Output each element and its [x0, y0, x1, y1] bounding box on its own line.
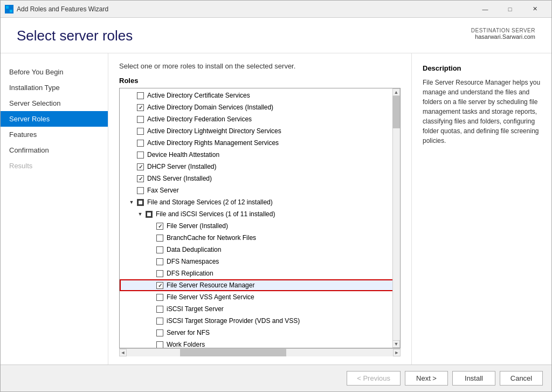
sidebar-item-confirmation[interactable]: Confirmation [1, 142, 108, 158]
sidebar-item-server-selection[interactable]: Server Selection [1, 95, 108, 111]
role-checkbox[interactable] [156, 318, 163, 325]
list-item[interactable]: ▼ File and Storage Services (2 of 12 ins… [120, 196, 400, 208]
list-item[interactable]: Device Health Attestation [120, 149, 400, 161]
sidebar-item-features[interactable]: Features [1, 127, 108, 142]
list-item[interactable]: ▼ File and iSCSI Services (1 of 11 insta… [120, 208, 400, 220]
sidebar-item-before-you-begin[interactable]: Before You Begin [1, 64, 108, 80]
spacer-icon [148, 306, 154, 312]
list-item-highlighted[interactable]: File Server Resource Manager [120, 279, 400, 291]
list-item[interactable]: Work Folders [120, 339, 400, 348]
role-checkbox[interactable] [137, 175, 144, 182]
role-label: Active Directory Federation Services [147, 115, 252, 123]
list-item[interactable]: DNS Server (Installed) [120, 173, 400, 184]
role-label: iSCSI Target Storage Provider (VDS and V… [167, 317, 300, 325]
h-scroll-track[interactable] [127, 349, 393, 356]
list-item[interactable]: iSCSI Target Server [120, 303, 400, 315]
spacer-icon [128, 163, 135, 170]
spacer-icon [128, 104, 135, 111]
role-label: Active Directory Domain Services (Instal… [147, 104, 273, 111]
spacer-icon [148, 318, 154, 324]
list-item[interactable]: Fax Server [120, 184, 400, 196]
scroll-down-arrow[interactable]: ▼ [392, 340, 400, 348]
role-checkbox[interactable] [137, 199, 144, 206]
list-item[interactable]: Active Directory Lightweight Directory S… [120, 125, 400, 137]
list-item[interactable]: Active Directory Rights Management Servi… [120, 137, 400, 149]
role-checkbox[interactable] [156, 294, 163, 301]
role-checkbox[interactable] [137, 187, 144, 194]
app-icon [5, 5, 13, 13]
destination-label: DESTINATION SERVER [471, 27, 535, 33]
role-checkbox[interactable] [137, 140, 144, 147]
list-item[interactable]: Active Directory Certificate Services [120, 90, 400, 101]
role-checkbox[interactable] [137, 163, 144, 170]
list-item[interactable]: File Server (Installed) [120, 220, 400, 232]
wizard-footer: < Previous Next > Install Cancel [1, 365, 551, 391]
scroll-up-arrow[interactable]: ▲ [392, 88, 400, 96]
list-item[interactable]: BranchCache for Network Files [120, 232, 400, 244]
sidebar-item-installation-type[interactable]: Installation Type [1, 80, 108, 95]
role-checkbox[interactable] [156, 246, 163, 253]
sidebar-item-server-roles[interactable]: Server Roles [1, 111, 108, 127]
spacer-icon [148, 282, 154, 288]
cancel-button[interactable]: Cancel [500, 371, 543, 386]
role-checkbox[interactable] [156, 258, 163, 265]
h-scrollbar-thumb[interactable] [180, 349, 287, 356]
role-label: Device Health Attestation [147, 151, 219, 159]
role-checkbox[interactable] [156, 282, 163, 289]
next-button[interactable]: Next > [405, 371, 448, 386]
role-checkbox[interactable] [156, 341, 163, 348]
role-label: Active Directory Certificate Services [147, 92, 250, 99]
previous-button[interactable]: < Previous [347, 371, 401, 386]
svg-rect-2 [6, 10, 9, 12]
scroll-right-arrow[interactable]: ► [393, 349, 401, 356]
spacer-icon [128, 116, 135, 122]
role-checkbox[interactable] [137, 104, 144, 111]
role-checkbox[interactable] [137, 92, 144, 99]
spacer-icon [148, 223, 154, 229]
list-item[interactable]: iSCSI Target Storage Provider (VDS and V… [120, 315, 400, 327]
role-label: BranchCache for Network Files [167, 234, 256, 242]
role-label: DFS Replication [167, 270, 213, 277]
role-checkbox[interactable] [156, 329, 163, 336]
role-label: DFS Namespaces [167, 258, 219, 265]
expand-icon[interactable]: ▼ [137, 211, 143, 217]
role-label: Active Directory Lightweight Directory S… [147, 127, 281, 135]
role-label: File and iSCSI Services (1 of 11 install… [156, 210, 275, 218]
role-label: Server for NFS [167, 329, 210, 336]
wizard-window: Add Roles and Features Wizard — □ ✕ Sele… [0, 0, 552, 392]
list-item[interactable]: DHCP Server (Installed) [120, 161, 400, 173]
list-item[interactable]: File Server VSS Agent Service [120, 291, 400, 303]
list-item[interactable]: DFS Namespaces [120, 256, 400, 267]
scroll-left-arrow[interactable]: ◄ [119, 349, 127, 356]
main-body: Select server roles DESTINATION SERVER h… [1, 18, 551, 365]
role-checkbox[interactable] [137, 152, 144, 159]
role-checkbox[interactable] [156, 270, 163, 277]
list-item[interactable]: Server for NFS [120, 327, 400, 339]
list-item[interactable]: Data Deduplication [120, 244, 400, 256]
minimize-button[interactable]: — [473, 1, 498, 18]
roles-list-container[interactable]: Active Directory Certificate Services Ac… [119, 88, 401, 348]
header-section: Select server roles DESTINATION SERVER h… [1, 18, 551, 53]
roles-list: Active Directory Certificate Services Ac… [120, 88, 400, 348]
list-item[interactable]: Active Directory Federation Services [120, 113, 400, 125]
svg-rect-1 [10, 6, 12, 9]
spacer-icon [128, 92, 135, 99]
install-button[interactable]: Install [452, 371, 495, 386]
list-item[interactable]: DFS Replication [120, 267, 400, 279]
vertical-scrollbar[interactable]: ▲ ▼ [392, 88, 400, 348]
role-checkbox[interactable] [137, 128, 144, 135]
role-checkbox[interactable] [156, 235, 163, 242]
role-label: Data Deduplication [167, 246, 221, 253]
maximize-button[interactable]: □ [498, 1, 522, 18]
role-label: DNS Server (Installed) [147, 175, 212, 182]
close-button[interactable]: ✕ [522, 1, 547, 18]
role-checkbox[interactable] [137, 116, 144, 123]
expand-icon[interactable]: ▼ [128, 199, 135, 205]
horizontal-scrollbar[interactable]: ◄ ► [119, 348, 401, 356]
scrollbar-thumb[interactable] [392, 96, 400, 128]
spacer-icon [148, 258, 154, 265]
list-item[interactable]: Active Directory Domain Services (Instal… [120, 101, 400, 113]
role-checkbox[interactable] [156, 223, 163, 230]
role-checkbox[interactable] [146, 211, 153, 218]
role-checkbox[interactable] [156, 306, 163, 313]
